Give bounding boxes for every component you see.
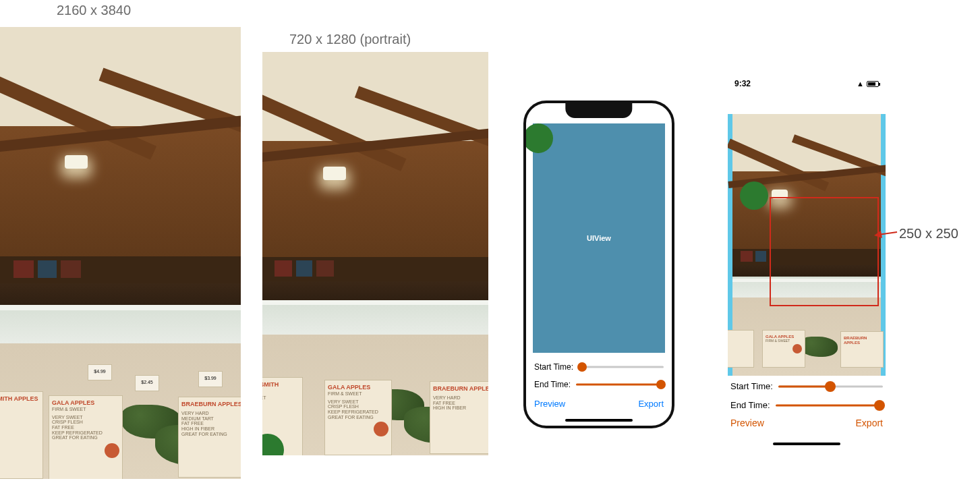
sign-detail: GREAT FOR EATING	[52, 435, 119, 441]
lamp-icon	[323, 167, 346, 180]
video-player-view[interactable]: GALA APPLES FIRM & SWEET BRAEBURN APPLES	[728, 114, 886, 376]
apple-icon-red	[105, 443, 119, 458]
sign-detail: FAT FREE	[181, 421, 241, 426]
sign-subtitle: FIRM & SWEET	[52, 407, 119, 412]
battery-icon	[867, 81, 879, 87]
product-sign-gala: GALA APPLES FIRM & SWEET	[762, 330, 805, 368]
uiview-placeholder: UIView	[533, 123, 665, 353]
toy-train-car	[38, 260, 57, 278]
preview-link[interactable]: Preview	[534, 399, 565, 409]
toy-train-car	[316, 260, 334, 277]
home-indicator	[565, 419, 633, 422]
sign-detail: KEEP REFRIGERATED	[52, 430, 119, 436]
sign-title: GRANNY SMITH APPLES	[262, 382, 299, 395]
sign-detail: MEDIUM TART	[181, 416, 241, 422]
price-tag: $4.99	[88, 364, 112, 380]
end-time-label: End Time:	[534, 380, 571, 389]
sign-detail: GREAT FOR EATING	[328, 415, 388, 420]
export-link[interactable]: Export	[638, 399, 664, 409]
product-sign-gala: GALA APPLES FIRM & SWEET VERY SWEET CRIS…	[324, 380, 392, 455]
action-row: Preview Export	[534, 399, 664, 409]
price-tag: $3.99	[198, 371, 223, 387]
start-time-slider[interactable]	[778, 382, 883, 391]
sign-detail: HIGH IN FIBER	[181, 426, 241, 432]
product-sign-gala: GALA APPLES FIRM & SWEET VERY SWEET CRIS…	[49, 395, 123, 479]
action-row: Preview Export	[730, 418, 883, 428]
product-sign-granny: GRANNY SMITH APPLES FIRM & SWEET	[0, 391, 43, 479]
produce-greens	[800, 337, 838, 357]
sign-detail: HIGH IN FIBER	[433, 405, 488, 411]
home-indicator	[773, 443, 840, 445]
sign-detail: VERY SWEET	[328, 399, 388, 405]
start-time-label: Start Time:	[730, 381, 773, 391]
sign-detail: KEEP REFRIGERATED	[328, 409, 388, 415]
phone-mockup-storyboard: UIView Start Time: End Time: Preview Exp…	[523, 101, 674, 428]
sign-title: GRANNY SMITH APPLES	[0, 396, 40, 403]
lamp-icon	[65, 155, 88, 169]
toy-train-car	[296, 260, 312, 277]
end-time-row: End Time:	[534, 380, 664, 389]
position-marker-icon	[523, 123, 553, 153]
sign-title: BRAEBURN APPLES	[433, 386, 488, 393]
toy-train-car	[13, 260, 34, 278]
end-time-slider[interactable]	[576, 380, 664, 389]
sign-detail: FAT FREE	[433, 401, 488, 406]
label-panel1-dimensions: 2160 x 3840	[57, 3, 131, 18]
sign-title: BRAEBURN APPLES	[844, 336, 880, 345]
price-tag: $2.45	[135, 375, 159, 391]
end-time-slider[interactable]	[776, 401, 883, 410]
preview-link[interactable]: Preview	[730, 418, 764, 428]
uiview-label: UIView	[587, 234, 611, 242]
train-shelf	[0, 256, 241, 283]
store-photo: GRANNY SMITH APPLES FIRM & SWEET GALA AP…	[262, 52, 488, 455]
wifi-icon: ▲	[857, 80, 864, 88]
toy-train-car	[275, 260, 292, 277]
export-link[interactable]: Export	[856, 418, 883, 428]
status-time: 9:32	[734, 79, 751, 88]
toy-train-car	[741, 251, 753, 262]
sign-subtitle: FIRM & SWEET	[766, 339, 802, 343]
status-bar: 9:32 ▲	[734, 79, 879, 88]
sign-detail: CRISP FLESH	[52, 420, 119, 425]
light-strip	[262, 300, 488, 305]
apple-icon-red	[374, 422, 388, 436]
phone-running-app: 9:32 ▲ GALA APPLES FIRM & SWEET BRAEB	[728, 76, 886, 447]
phone-notch	[565, 103, 632, 118]
position-marker-icon	[740, 181, 768, 210]
sign-detail: VERY HARD	[433, 395, 488, 401]
sign-detail: GREAT FOR EATING	[181, 432, 241, 437]
end-time-label: End Time:	[730, 400, 770, 410]
end-time-row: End Time:	[730, 400, 883, 410]
sign-detail: FAT FREE	[52, 425, 119, 430]
store-photo: $4.99 $2.45 $3.99 GRANNY SMITH APPLES FI…	[0, 27, 241, 479]
panel-original-2160x3840: $4.99 $2.45 $3.99 GRANNY SMITH APPLES FI…	[0, 27, 241, 479]
sign-title: GALA APPLES	[328, 385, 388, 391]
start-time-slider[interactable]	[579, 362, 664, 372]
product-sign-braeburn: BRAEBURN APPLES VERY HARD FAT FREE HIGH …	[430, 381, 488, 454]
sign-detail: CRISP FLESH	[328, 404, 388, 409]
toy-train-car	[61, 260, 81, 278]
toy-train-car	[755, 251, 766, 262]
svg-marker-1	[874, 231, 882, 238]
apple-icon-red	[792, 344, 802, 353]
arrow-icon	[874, 223, 901, 243]
start-time-row: Start Time:	[730, 381, 883, 391]
sign-subtitle: FIRM & SWEET	[0, 403, 40, 408]
product-sign-braeburn: BRAEBURN APPLES	[840, 331, 884, 368]
light-strip	[0, 305, 241, 310]
sign-subtitle: FIRM & SWEET	[262, 395, 299, 401]
sign-title: BRAEBURN APPLES	[181, 401, 241, 408]
sign-title: GALA APPLES	[52, 400, 119, 407]
start-time-label: Start Time:	[534, 362, 573, 372]
sign-detail: VERY HARD	[181, 411, 241, 416]
product-sign-braeburn: BRAEBURN APPLES VERY HARD MEDIUM TART FA…	[178, 397, 241, 478]
sign-subtitle: FIRM & SWEET	[328, 391, 388, 397]
product-sign-granny	[728, 330, 754, 368]
label-panel4-box-dimensions: 250 x 250	[899, 226, 958, 242]
panel-resized-720x1280: GRANNY SMITH APPLES FIRM & SWEET GALA AP…	[262, 52, 488, 455]
train-shelf	[262, 257, 488, 281]
label-panel2-dimensions: 720 x 1280 (portrait)	[289, 32, 411, 47]
sign-detail: VERY SWEET	[52, 415, 119, 420]
crop-box-250x250[interactable]	[770, 197, 879, 306]
start-time-row: Start Time:	[534, 362, 664, 372]
